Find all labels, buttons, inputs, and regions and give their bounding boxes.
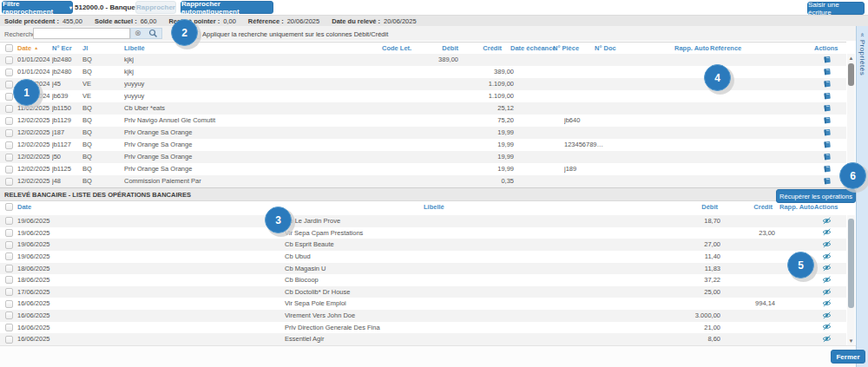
statement-scrollbar-thumb[interactable] [848,219,854,308]
cell: Prlv Navigo Annuel Gie Comutit [124,115,376,127]
cell: 19/06/2025 [17,227,69,239]
row-checkbox[interactable] [5,178,13,186]
cell: 25,00 [668,286,720,298]
table-row[interactable]: 12/02/2025j187BQPrlv Orange Sa Orange19,… [0,127,846,139]
cell: Prlv Direction Generale Des Fina [285,322,571,334]
column-header-n-ecr[interactable]: N° Ecr [52,44,72,52]
cell: j48 [52,175,82,187]
cell: Essentiel Agir [285,333,571,345]
view-entry-icon[interactable] [823,177,832,187]
table-row[interactable]: 19/06/2025Cb Le Jardin Prove18,70 [0,215,846,227]
column-header-actions[interactable]: Actions [814,203,838,211]
search-icon[interactable] [148,29,158,38]
cell: jb1150 [52,102,82,115]
row-checkbox[interactable] [5,276,13,284]
table-row[interactable]: 12/02/2025jb1129BQPrlv Navigo Annuel Gie… [0,115,846,127]
row-checkbox[interactable] [5,81,13,88]
debit-credit-only-label: Appliquer la recherche uniquement sur le… [202,30,388,38]
column-header-cr-dit[interactable]: Crédit [720,203,773,211]
table-row[interactable]: 16/06/2025Essentiel Agir8,60 [0,333,846,345]
table-row[interactable]: 18/06/2025Cb Magasin U11,83 [0,263,846,275]
row-checkbox[interactable] [5,265,13,272]
balance-summary-bar: Solde précédent :455,00Solde actuel :66,… [0,15,868,26]
column-header-n-pi-ce[interactable]: N° Pièce [553,44,579,52]
entries-scrollbar-thumb[interactable] [848,63,854,86]
row-checkbox[interactable] [5,56,13,64]
row-checkbox[interactable] [5,241,13,249]
auto-match-button[interactable]: Rapprocher automatiquement [181,1,273,14]
column-header-jl[interactable]: Jl [82,44,88,52]
close-button[interactable]: Fermer [831,350,865,364]
search-input[interactable] [33,28,130,39]
new-entry-button[interactable]: Saisir une écriture [807,2,865,15]
row-checkbox[interactable] [5,129,13,137]
stat-value: 66,00 [141,17,157,25]
row-checkbox[interactable] [5,69,13,76]
column-header-date-ch-ance[interactable]: Date échéance [510,44,556,52]
row-checkbox[interactable] [5,217,13,225]
table-row[interactable]: 16/06/2025Virement Vers John Doe3.000,00 [0,310,846,322]
cell: jb1125 [52,163,82,175]
row-checkbox[interactable] [5,105,13,113]
table-row[interactable]: 17/06/2025Cb Doctolib* Dr House25,00 [0,286,846,298]
clear-search-icon[interactable]: ⊗ [135,29,141,37]
row-checkbox[interactable] [5,336,13,344]
statement-scrollbar[interactable]: ▼ [847,215,855,345]
column-header-date[interactable]: Date▲ [17,44,38,52]
column-header-libell-[interactable]: Libellé [424,203,444,211]
properties-panel-collapsed[interactable]: « Propriétés [856,26,868,367]
table-row[interactable]: 16/06/2025Vir Sepa Pole Emploi994,14 [0,298,846,310]
entries-table-header: Date▲N° EcrJlLibelléCode Let.DébitCrédit… [0,42,846,54]
scroll-up-icon[interactable]: ▲ [847,56,855,62]
row-checkbox[interactable] [5,311,13,319]
column-header-d-bit[interactable]: Débit [666,203,718,211]
row-checkbox[interactable] [5,166,13,174]
column-header-libell-[interactable]: Libellé [124,44,145,52]
cell: Cb Biocoop [285,274,571,286]
row-checkbox[interactable] [5,300,13,308]
table-row[interactable]: 19/06/2025Cb Ubud11,40 [0,251,846,263]
select-all-checkbox[interactable] [5,203,13,211]
select-all-checkbox[interactable] [5,44,13,52]
filter-reconciliation-button[interactable]: Filtre rapprochement ▾ [2,1,73,14]
column-header-n-doc[interactable]: N° Doc [595,44,616,52]
row-checkbox[interactable] [5,154,13,161]
table-row[interactable]: 12/02/2025jb1125BQPrlv Orange Sa Orange1… [0,163,846,175]
ignore-operation-icon[interactable] [822,335,832,345]
table-row[interactable]: 16/06/2025Prlv Direction Generale Des Fi… [0,322,846,334]
row-checkbox[interactable] [5,324,13,331]
column-header-cr-dit[interactable]: Crédit [450,44,502,52]
scroll-down-icon[interactable]: ▼ [847,338,855,344]
table-row[interactable]: 12/02/2025j48BQCommission Paiement Par0,… [0,175,846,187]
stat-value: 455,00 [62,17,82,25]
caret-down-icon: ▾ [69,4,72,10]
column-header-rapp-auto[interactable]: Rapp. Auto [779,203,814,211]
cell: Cb Magasin U [285,263,571,275]
cell: Vir Sepa Cpam Prestations [285,227,571,239]
table-row[interactable]: 12/02/2025j50BQPrlv Orange Sa Orange19,9… [0,151,846,163]
row-checkbox[interactable] [5,229,13,237]
column-header-r-f-rence[interactable]: Référence [710,44,741,52]
table-row[interactable]: 19/06/2025Cb Esprit Beaute27,00 [0,239,846,251]
cell: VE [82,90,103,102]
table-row[interactable]: 12/02/2025jb1127BQPrlv Orange Sa Orange1… [0,139,846,151]
cell: 23,00 [723,227,775,239]
table-row[interactable]: 19/06/2025Vir Sepa Cpam Prestations23,00 [0,227,846,239]
fetch-operations-button[interactable]: Récupérer les opérations [776,189,856,203]
cell: 16/06/2025 [17,322,69,334]
row-checkbox[interactable] [5,252,13,260]
row-checkbox[interactable] [5,93,13,101]
row-checkbox[interactable] [5,141,13,149]
row-checkbox[interactable] [5,288,13,296]
row-checkbox[interactable] [5,117,13,125]
column-header-date[interactable]: Date [17,203,31,211]
table-row[interactable]: 18/06/2025Cb Biocoop37,22 [0,274,846,286]
footer-bar [0,345,868,367]
table-row[interactable]: 11/02/2025jb1150BQCb Uber *eats25,12 [0,102,846,115]
stat-item: Solde précédent :455,00 [4,17,82,25]
column-header-rapp-auto[interactable]: Rapp. Auto [674,44,709,52]
statement-table-header: DateLibelléDébitCréditRapp. AutoActions [0,201,846,214]
cell: j50 [52,151,82,163]
table-row[interactable]: 01/01/2024jb639VEyuyyuy1.109,00 [0,90,846,102]
column-header-actions[interactable]: Actions [814,44,838,52]
